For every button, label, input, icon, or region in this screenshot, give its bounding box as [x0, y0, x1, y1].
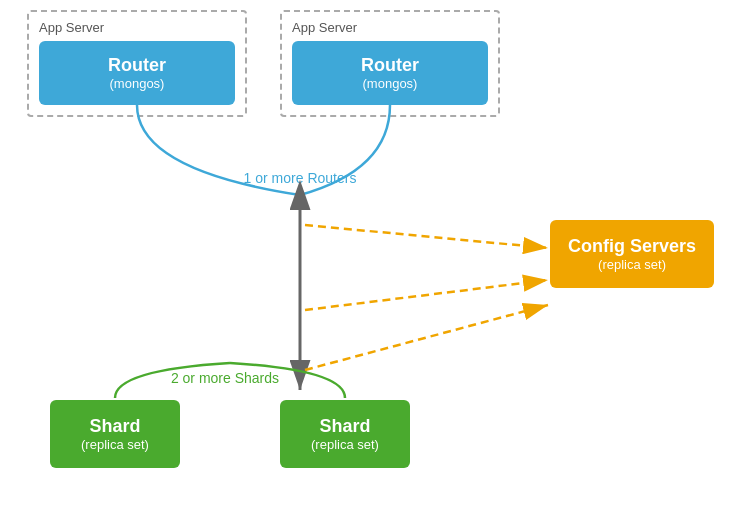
config-sub: (replica set)	[568, 257, 696, 272]
router-label-2: Router	[312, 55, 468, 76]
shard-sub-2: (replica set)	[300, 437, 390, 452]
shard-sub-1: (replica set)	[70, 437, 160, 452]
shard-label-1: Shard	[70, 416, 160, 437]
router-box-1: Router (mongos)	[39, 41, 235, 105]
app-server-box-2: App Server Router (mongos)	[280, 10, 500, 117]
diagram: App Server Router (mongos) App Server Ro…	[0, 0, 743, 511]
config-label: Config Servers	[568, 236, 696, 257]
config-servers-box: Config Servers (replica set)	[550, 220, 714, 288]
router-sub-1: (mongos)	[59, 76, 215, 91]
router-box-2: Router (mongos)	[292, 41, 488, 105]
shard-box-2: Shard (replica set)	[280, 400, 410, 468]
svg-line-5	[305, 280, 548, 310]
label-shards: 2 or more Shards	[135, 370, 315, 386]
svg-line-4	[305, 225, 548, 248]
svg-line-6	[305, 305, 548, 370]
router-label-1: Router	[59, 55, 215, 76]
app-server-label-1: App Server	[39, 20, 235, 35]
shard-box-1: Shard (replica set)	[50, 400, 180, 468]
label-routers: 1 or more Routers	[220, 170, 380, 186]
app-server-box-1: App Server Router (mongos)	[27, 10, 247, 117]
app-server-label-2: App Server	[292, 20, 488, 35]
shard-label-2: Shard	[300, 416, 390, 437]
router-sub-2: (mongos)	[312, 76, 468, 91]
